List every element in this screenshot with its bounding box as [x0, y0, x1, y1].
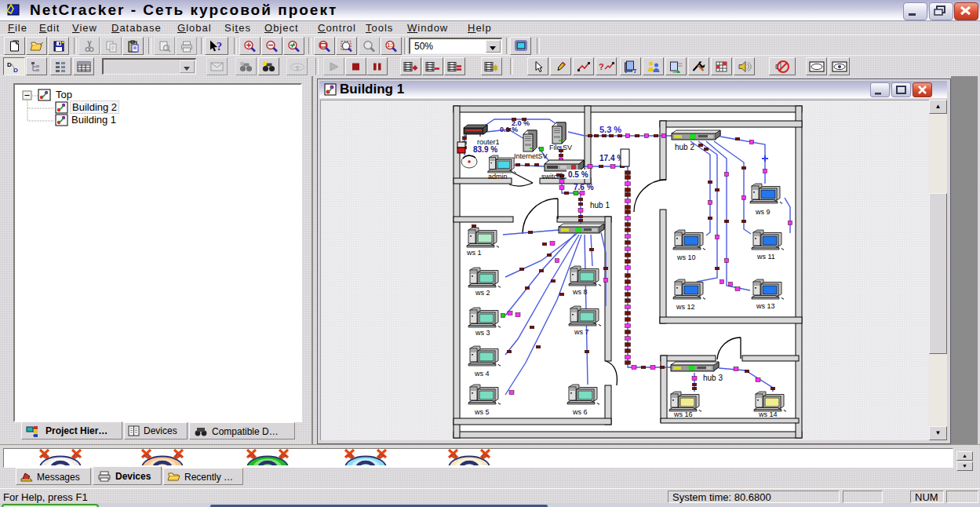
svg-text:ws 6: ws 6 — [572, 408, 588, 416]
svg-text:switch2: switch2 — [541, 173, 565, 181]
svg-text:2.0 %: 2.0 % — [512, 119, 530, 127]
svg-text:?: ? — [217, 40, 222, 52]
svg-text:ws 1: ws 1 — [466, 249, 482, 257]
svg-text:ws 5: ws 5 — [474, 408, 490, 416]
svg-text:ws 12: ws 12 — [676, 303, 695, 311]
svg-text:hub 3: hub 3 — [703, 374, 723, 382]
svg-text:ws 11: ws 11 — [756, 253, 775, 261]
svg-text:ws 16: ws 16 — [673, 410, 693, 418]
svg-text:ws 4: ws 4 — [474, 370, 490, 378]
svg-text:$: $ — [296, 64, 299, 70]
svg-text:InternetSV: InternetSV — [514, 152, 548, 160]
svg-text:ws 13: ws 13 — [756, 302, 775, 310]
svg-text:?: ? — [599, 62, 604, 71]
svg-text:0.5 %: 0.5 % — [568, 170, 588, 179]
svg-text:ws 14: ws 14 — [758, 410, 778, 418]
svg-text:83.9 %: 83.9 % — [473, 145, 497, 154]
svg-text:ws 8: ws 8 — [572, 288, 588, 296]
svg-text:hub 2: hub 2 — [675, 143, 694, 151]
svg-text:ws 2: ws 2 — [475, 289, 490, 297]
svg-text:7.6 %: 7.6 % — [574, 183, 594, 191]
svg-text:D: D — [7, 61, 12, 68]
svg-text:ws 7: ws 7 — [574, 328, 589, 336]
svg-text:hub 1: hub 1 — [590, 201, 610, 210]
svg-text:admin: admin — [488, 173, 508, 181]
svg-text:ws 9: ws 9 — [755, 208, 771, 216]
svg-text:ws 3: ws 3 — [475, 329, 490, 337]
svg-text:1:1: 1:1 — [387, 42, 395, 48]
svg-text:ws 10: ws 10 — [676, 254, 696, 261]
svg-text:5.3 %: 5.3 % — [599, 125, 621, 134]
svg-text:File SV: File SV — [549, 144, 572, 151]
